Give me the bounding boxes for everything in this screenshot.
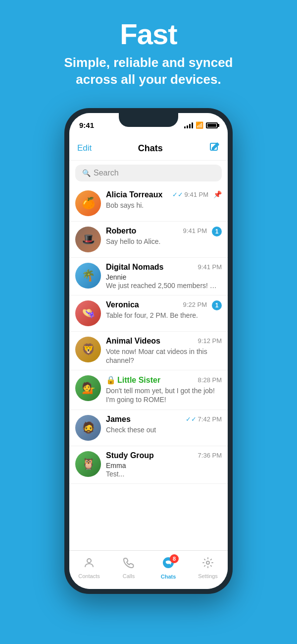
chat-content: 🔒Little Sister 8:28 PM Don't tell mom ye… <box>106 375 222 404</box>
list-item[interactable]: 👒 Veronica 9:22 PM Table for four, 2 PM.… <box>69 295 228 332</box>
chat-meta: 1 <box>212 300 222 310</box>
chat-time: 9:41 PM <box>198 263 222 271</box>
double-tick-icon: ✓✓ <box>172 191 183 198</box>
hero-section: Fast Simple, reliable and synced across … <box>0 0 297 98</box>
avatar: 💁 <box>75 375 101 401</box>
chat-content: Roberto 9:41 PM Say hello to Alice. <box>106 227 207 246</box>
chat-preview: Table for four, 2 PM. Be there. <box>106 311 207 320</box>
chat-time: 9:41 PM <box>183 227 207 234</box>
calls-icon <box>123 557 135 572</box>
chat-meta: 📌 <box>213 190 222 198</box>
status-bar: 9:41 📶 <box>69 113 228 138</box>
search-bar-container: 🔍 Search <box>69 161 228 185</box>
tab-calls[interactable]: Calls <box>109 551 148 589</box>
list-item[interactable]: 🧔 James ✓✓ 7:42 PM Check these out <box>69 410 228 446</box>
chat-meta: 1 <box>212 227 222 236</box>
chat-name: James <box>106 415 131 424</box>
lock-icon: 🔒 <box>106 376 116 384</box>
status-icons: 📶 <box>184 121 218 129</box>
avatar: 🍊 <box>75 190 101 216</box>
chat-name: Digital Nomads <box>106 263 163 272</box>
chat-preview: Test... <box>106 469 222 478</box>
tab-label-calls: Calls <box>123 573 135 579</box>
search-placeholder: Search <box>94 169 119 177</box>
avatar: 🦁 <box>75 337 101 362</box>
list-item[interactable]: 🦉 Study Group 7:36 PM Emma Test... <box>69 446 228 484</box>
svg-point-1 <box>87 559 91 563</box>
chat-time: ✓✓ 9:41 PM <box>172 191 208 198</box>
header-title: Chats <box>138 143 163 154</box>
status-time: 9:41 <box>79 121 94 129</box>
hero-title: Fast <box>10 20 287 49</box>
chat-content: Digital Nomads 9:41 PM Jennie We just re… <box>106 263 222 290</box>
phone-frame: 9:41 📶 Edit Cha <box>64 108 233 594</box>
tab-chats[interactable]: 8 Chats <box>148 551 188 589</box>
svg-point-3 <box>206 561 209 564</box>
unread-badge: 1 <box>212 300 222 310</box>
chat-name: Veronica <box>106 300 139 309</box>
wifi-icon: 📶 <box>196 121 203 129</box>
contacts-icon <box>83 557 95 572</box>
unread-badge: 1 <box>212 227 222 236</box>
tab-label-settings: Settings <box>198 573 218 579</box>
chat-time: 8:28 PM <box>198 376 222 384</box>
chat-time: ✓✓ 7:42 PM <box>186 415 222 423</box>
chat-content: Study Group 7:36 PM Emma Test... <box>106 451 222 478</box>
chat-name: Study Group <box>106 451 154 460</box>
chat-sender: Jennie <box>106 273 222 281</box>
notch <box>119 113 178 127</box>
pin-icon: 📌 <box>213 190 222 198</box>
bottom-tab-bar: Contacts Calls <box>69 550 228 589</box>
chat-preview: Say hello to Alice. <box>106 237 207 246</box>
tab-label-chats: Chats <box>161 574 176 580</box>
chats-tab-badge: 8 <box>170 554 179 563</box>
chat-name: Roberto <box>106 227 136 235</box>
list-item[interactable]: 🎩 Roberto 9:41 PM Say hello to Alice. 1 <box>69 222 228 258</box>
avatar: 🧔 <box>75 415 101 441</box>
chat-time: 7:36 PM <box>198 452 222 459</box>
avatar: 🌴 <box>75 263 101 289</box>
tab-settings[interactable]: Settings <box>188 551 228 589</box>
chat-time: 9:22 PM <box>183 301 207 308</box>
hero-subtitle: Simple, reliable and synced across all y… <box>45 55 252 88</box>
app-header: Edit Chats <box>69 138 228 161</box>
phone-screen: 9:41 📶 Edit Cha <box>69 113 228 589</box>
list-item[interactable]: 🦁 Animal Videos 9:12 PM Vote now! Moar c… <box>69 332 228 370</box>
chat-content: Animal Videos 9:12 PM Vote now! Moar cat… <box>106 337 222 365</box>
settings-icon <box>202 557 214 572</box>
phone-wrapper: 9:41 📶 Edit Cha <box>0 108 297 594</box>
list-item[interactable]: 🌴 Digital Nomads 9:41 PM Jennie We just … <box>69 258 228 295</box>
chat-preview: Vote now! Moar cat videos in this channe… <box>106 347 222 365</box>
tab-label-contacts: Contacts <box>78 573 99 579</box>
chat-time: 9:12 PM <box>198 337 222 345</box>
edit-button[interactable]: Edit <box>77 143 92 153</box>
chat-sender: Emma <box>106 462 222 469</box>
compose-button[interactable] <box>209 142 220 155</box>
chats-icon: 8 <box>162 556 175 572</box>
search-icon: 🔍 <box>82 169 91 177</box>
chat-preview: Check these out <box>106 425 222 434</box>
avatar: 🎩 <box>75 227 101 252</box>
chat-name: Alicia Torreaux <box>106 190 162 199</box>
chat-name: Animal Videos <box>106 337 160 346</box>
chat-content: James ✓✓ 7:42 PM Check these out <box>106 415 222 434</box>
list-item[interactable]: 🍊 Alicia Torreaux ✓✓ 9:41 PM Bob says hi… <box>69 185 228 222</box>
battery-icon <box>206 122 218 128</box>
chat-preview: Don't tell mom yet, but I got the job! I… <box>106 386 222 404</box>
avatar: 🦉 <box>75 451 101 477</box>
chat-content: Veronica 9:22 PM Table for four, 2 PM. B… <box>106 300 207 320</box>
chat-content: Alicia Torreaux ✓✓ 9:41 PM Bob says hi. <box>106 190 208 210</box>
signal-bars-icon <box>184 122 193 128</box>
chat-preview: Bob says hi. <box>106 201 208 210</box>
double-tick-icon: ✓✓ <box>186 415 197 423</box>
avatar: 👒 <box>75 300 101 326</box>
chats-list: 🍊 Alicia Torreaux ✓✓ 9:41 PM Bob says hi… <box>69 185 228 550</box>
chat-preview: We just reached 2,500 members! WOO! <box>106 281 222 290</box>
chat-name: 🔒Little Sister <box>106 375 160 385</box>
tab-contacts[interactable]: Contacts <box>69 551 109 589</box>
list-item[interactable]: 💁 🔒Little Sister 8:28 PM Don't tell mom … <box>69 370 228 410</box>
search-bar[interactable]: 🔍 Search <box>75 165 222 181</box>
